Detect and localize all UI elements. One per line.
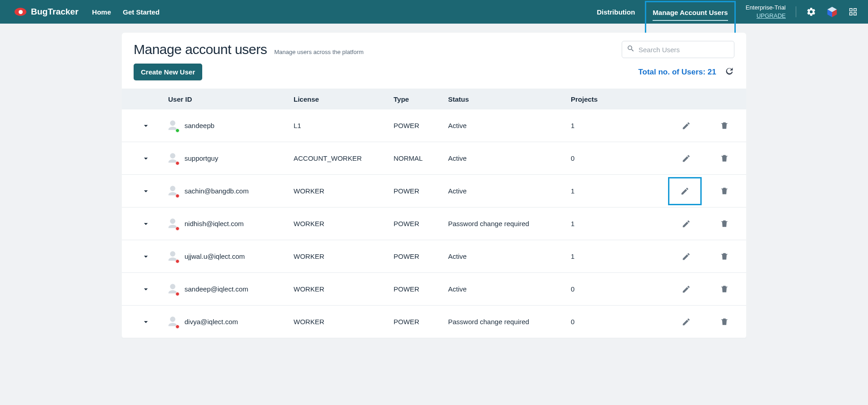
- edit-icon: [682, 285, 691, 294]
- user-cell: ujjwal.u@iqlect.com: [166, 250, 294, 263]
- user-id: sachin@bangdb.com: [185, 187, 249, 195]
- license-cell: WORKER: [294, 318, 394, 326]
- edit-button[interactable]: [682, 121, 691, 130]
- expand-row-button[interactable]: [125, 285, 166, 294]
- projects-cell: 1: [571, 122, 648, 129]
- row-actions: [699, 121, 743, 130]
- expand-row-button[interactable]: [125, 219, 166, 228]
- delete-button[interactable]: [720, 285, 729, 294]
- gear-icon[interactable]: [806, 7, 816, 17]
- delete-button[interactable]: [720, 219, 729, 228]
- delete-button[interactable]: [720, 317, 729, 326]
- edit-icon: [682, 121, 691, 130]
- table-row: sandeep@iqlect.com WORKER POWER Active 0: [122, 273, 746, 306]
- presence-dot: [175, 227, 180, 231]
- search-input[interactable]: [639, 46, 729, 54]
- avatar: [166, 316, 179, 328]
- edit-button[interactable]: [682, 285, 691, 294]
- type-cell: POWER: [394, 122, 448, 129]
- th-license: License: [294, 95, 394, 103]
- avatar: [166, 250, 179, 263]
- upgrade-link[interactable]: UPGRADE: [757, 12, 786, 19]
- presence-dot: [175, 128, 180, 133]
- presence-dot: [175, 292, 180, 296]
- presence-dot: [175, 259, 180, 263]
- user-id: sandeepb: [185, 122, 215, 129]
- user-id: nidhish@iqlect.com: [185, 220, 244, 227]
- nav-home[interactable]: Home: [92, 8, 111, 16]
- trash-icon: [720, 285, 729, 294]
- expand-row-button[interactable]: [125, 187, 166, 196]
- trash-icon: [720, 219, 729, 228]
- projects-cell: 1: [571, 187, 648, 195]
- edit-button[interactable]: [682, 252, 691, 261]
- user-id: supportguy: [185, 154, 218, 162]
- expand-row-button[interactable]: [125, 252, 166, 261]
- edit-icon: [682, 252, 691, 261]
- row-actions: [699, 252, 743, 261]
- app-name: BugTracker: [31, 7, 79, 17]
- table-row: sachin@bangdb.com WORKER POWER Active 1: [122, 175, 746, 207]
- delete-button[interactable]: [720, 121, 729, 130]
- trash-icon: [720, 252, 729, 261]
- logo[interactable]: BugTracker: [15, 7, 79, 17]
- delete-button[interactable]: [720, 252, 729, 261]
- avatar: [166, 185, 179, 198]
- avatar: [166, 283, 179, 296]
- search-box[interactable]: [622, 41, 734, 58]
- status-cell: Active: [448, 154, 571, 162]
- delete-button[interactable]: [720, 187, 729, 196]
- avatar: [166, 119, 179, 132]
- presence-dot: [175, 194, 180, 198]
- nav-get-started[interactable]: Get Started: [123, 8, 160, 16]
- type-cell: POWER: [394, 252, 448, 260]
- edit-button[interactable]: [680, 187, 689, 196]
- eye-icon: [15, 8, 26, 16]
- avatar: [166, 217, 179, 230]
- trash-icon: [720, 317, 729, 326]
- projects-cell: 0: [571, 318, 648, 326]
- type-cell: POWER: [394, 187, 448, 195]
- nav-manage-account-users[interactable]: Manage Account Users: [653, 9, 728, 16]
- status-cell: Active: [448, 252, 571, 260]
- license-cell: L1: [294, 122, 394, 129]
- row-actions: [699, 285, 743, 294]
- user-id: divya@iqlect.com: [185, 318, 238, 326]
- license-cell: WORKER: [294, 285, 394, 293]
- divider: [796, 6, 796, 17]
- nav-distribution[interactable]: Distribution: [597, 8, 635, 16]
- expand-row-button[interactable]: [125, 317, 166, 326]
- type-cell: POWER: [394, 318, 448, 326]
- user-cell: sandeepb: [166, 119, 294, 132]
- th-status: Status: [448, 95, 571, 103]
- delete-button[interactable]: [720, 154, 729, 163]
- status-cell: Active: [448, 285, 571, 293]
- table-row: supportguy ACCOUNT_WORKER NORMAL Active …: [122, 142, 746, 175]
- user-cell: nidhish@iqlect.com: [166, 217, 294, 230]
- expand-row-button[interactable]: [125, 154, 166, 163]
- user-id: ujjwal.u@iqlect.com: [185, 252, 245, 260]
- edit-button[interactable]: [682, 317, 691, 326]
- page-title: Manage account users: [134, 42, 267, 57]
- row-actions: [699, 219, 743, 228]
- product-switch-icon[interactable]: [826, 6, 838, 18]
- edit-icon: [682, 219, 691, 228]
- license-cell: WORKER: [294, 187, 394, 195]
- refresh-icon[interactable]: [724, 66, 734, 78]
- edit-button[interactable]: [682, 219, 691, 228]
- status-cell: Password change required: [448, 220, 571, 227]
- table-header: User ID License Type Status Projects: [122, 89, 746, 109]
- user-cell: sandeep@iqlect.com: [166, 283, 294, 296]
- total-users-label: Total no. of Users: 21: [638, 68, 716, 77]
- edit-button[interactable]: [682, 154, 691, 163]
- create-user-button[interactable]: Create New User: [134, 64, 202, 80]
- apps-grid-icon[interactable]: [848, 7, 858, 17]
- projects-cell: 1: [571, 252, 648, 260]
- user-cell: supportguy: [166, 152, 294, 165]
- expand-row-button[interactable]: [125, 121, 166, 130]
- table-row: divya@iqlect.com WORKER POWER Password c…: [122, 306, 746, 338]
- top-header: BugTracker Home Get Started Distribution…: [0, 0, 868, 24]
- table-row: sandeepb L1 POWER Active 1: [122, 109, 746, 142]
- user-cell: sachin@bangdb.com: [166, 185, 294, 198]
- plan-name: Enterprise-Trial: [746, 4, 786, 12]
